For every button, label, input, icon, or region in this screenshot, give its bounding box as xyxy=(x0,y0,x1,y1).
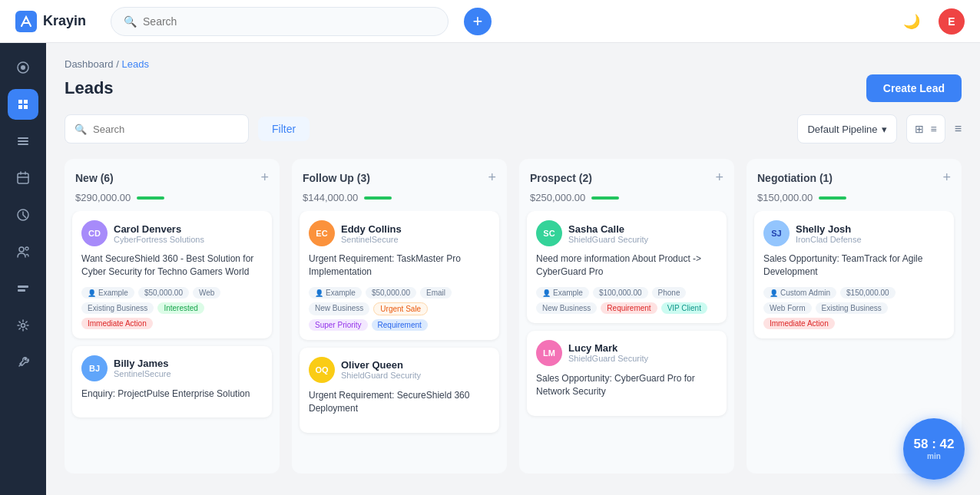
col-money-prospect: $250,000.00 xyxy=(519,192,734,211)
user-avatar[interactable]: E xyxy=(939,8,965,35)
card-person-oq: OQ Oliver Queen ShieldGuard Security xyxy=(309,357,490,383)
avatar-sj: SJ xyxy=(763,220,790,246)
timer-badge[interactable]: 58 : 42 min xyxy=(903,418,965,480)
col-cards-new: CD Carol Denvers CyberFortress Solutions… xyxy=(65,211,280,474)
page-title: Leads xyxy=(65,78,114,98)
svg-rect-4 xyxy=(18,140,28,142)
tag-Example: 👤Example xyxy=(536,287,589,299)
person-name-cd: Carol Denvers xyxy=(114,223,204,235)
sidebar-item-calendar[interactable] xyxy=(8,163,38,193)
tag-Urgent-Sale: Urgent Sale xyxy=(373,302,428,315)
tag-15000000: $150,000.00 xyxy=(840,287,896,299)
svg-point-2 xyxy=(21,65,25,70)
top-nav: Krayin 🔍 + 🌙 E xyxy=(0,0,980,43)
person-company-cd: CyberFortress Solutions xyxy=(114,235,204,244)
search-icon: 🔍 xyxy=(74,124,87,135)
tag-Web: Web xyxy=(193,287,220,299)
tag-Example: 👤Example xyxy=(309,287,362,299)
tag-Immediate-Action: Immediate Action xyxy=(81,318,153,329)
tag-New-Business: New Business xyxy=(309,302,369,315)
kanban-board: New (6) + $290,000.00 CD Carol Denvers C… xyxy=(65,159,962,480)
col-add-button-prospect[interactable]: + xyxy=(715,170,723,186)
timer-unit: min xyxy=(927,452,941,460)
svg-rect-11 xyxy=(18,289,25,292)
person-name-sc: Sasha Calle xyxy=(568,223,648,235)
kanban-col-new: New (6) + $290,000.00 CD Carol Denvers C… xyxy=(65,159,280,474)
kanban-view-icon: ⊞ xyxy=(915,123,924,135)
global-search-input[interactable] xyxy=(143,15,435,28)
col-amount-negotiation: $150,000.00 xyxy=(757,192,813,203)
breadcrumb-current: Leads xyxy=(121,58,148,70)
app-name: Krayin xyxy=(43,13,86,29)
theme-toggle-icon[interactable]: 🌙 xyxy=(903,13,920,30)
search-icon: 🔍 xyxy=(124,15,137,28)
tag-5000000: $50,000.00 xyxy=(138,287,189,299)
lead-card-bj[interactable]: BJ Billy James SentinelSecure Enquiry: P… xyxy=(72,346,272,417)
timer-time: 58 : 42 xyxy=(914,437,955,452)
sidebar-item-leads[interactable] xyxy=(8,89,38,120)
lead-card-sj[interactable]: SJ Shelly Josh IronClad Defense Sales Op… xyxy=(754,211,954,338)
lead-card-sc[interactable]: SC Sasha Calle ShieldGuard Security Need… xyxy=(527,211,727,323)
card-desc-sc: Need more information About Product -> C… xyxy=(536,252,717,279)
filter-button[interactable]: Filter xyxy=(258,117,310,141)
col-title-negotiation: Negotiation (1) xyxy=(757,172,833,184)
person-company-sc: ShieldGuard Security xyxy=(568,235,648,244)
card-person-ec: EC Eddy Collins SentinelSecure xyxy=(309,220,490,246)
tag-Email: Email xyxy=(420,287,452,299)
col-add-button-new[interactable]: + xyxy=(260,170,269,186)
svg-rect-6 xyxy=(18,173,28,183)
tag-5000000: $50,000.00 xyxy=(366,287,416,299)
leads-search-bar[interactable]: 🔍 xyxy=(65,114,249,144)
col-title-new: New (6) xyxy=(75,172,114,184)
view-toggle[interactable]: ⊞ ≡ xyxy=(906,114,945,144)
tag-Requirement: Requirement xyxy=(601,302,657,314)
person-name-oq: Oliver Queen xyxy=(341,359,421,371)
lead-card-cd[interactable]: CD Carol Denvers CyberFortress Solutions… xyxy=(72,211,272,338)
card-desc-cd: Want SecureShield 360 - Best Solution fo… xyxy=(81,252,263,279)
card-person-sc: SC Sasha Calle ShieldGuard Security xyxy=(536,220,717,246)
app-logo: Krayin xyxy=(15,11,86,32)
kanban-col-followup: Follow Up (3) + $144,000.00 EC Eddy Coll… xyxy=(292,159,507,474)
col-add-button-negotiation[interactable]: + xyxy=(942,170,951,186)
sidebar-item-pipeline[interactable] xyxy=(8,273,38,304)
col-add-button-followup[interactable]: + xyxy=(488,170,496,186)
person-name-ec: Eddy Collins xyxy=(341,223,402,235)
sidebar-item-settings[interactable] xyxy=(8,310,38,341)
more-options-icon[interactable]: ≡ xyxy=(955,122,962,136)
tag-Example: 👤Example xyxy=(81,287,134,299)
sidebar-item-reports[interactable] xyxy=(8,200,38,230)
money-bar-prospect xyxy=(591,196,619,200)
lead-card-ec[interactable]: EC Eddy Collins SentinelSecure Urgent Re… xyxy=(300,211,499,340)
create-lead-button[interactable]: Create Lead xyxy=(866,74,962,102)
tag-Custom-Admin: 👤Custom Admin xyxy=(763,287,836,299)
pipeline-select[interactable]: Default Pipeline ▾ xyxy=(797,114,897,144)
sidebar-item-users[interactable] xyxy=(8,236,38,267)
col-cards-followup: EC Eddy Collins SentinelSecure Urgent Re… xyxy=(292,211,507,474)
sidebar-item-activity[interactable] xyxy=(8,52,38,83)
sidebar-item-list[interactable] xyxy=(8,126,38,157)
sidebar-item-tools[interactable] xyxy=(8,347,38,378)
tag-Super-Priority: Super Priority xyxy=(309,319,368,331)
col-amount-followup: $144,000.00 xyxy=(303,192,358,203)
col-header-prospect: Prospect (2) + xyxy=(519,159,734,192)
card-person-lm: LM Lucy Mark ShieldGuard Security xyxy=(536,340,717,366)
tag-New-Business: New Business xyxy=(536,302,597,314)
breadcrumb-parent[interactable]: Dashboard xyxy=(65,58,114,70)
col-header-negotiation: Negotiation (1) + xyxy=(747,159,962,192)
chevron-down-icon: ▾ xyxy=(882,124,887,135)
global-search-bar[interactable]: 🔍 xyxy=(111,7,449,36)
card-tags-ec: 👤Example$50,000.00EmailNew BusinessUrgen… xyxy=(309,287,490,331)
col-title-prospect: Prospect (2) xyxy=(530,172,592,184)
avatar-cd: CD xyxy=(81,220,108,246)
svg-point-12 xyxy=(22,324,25,328)
lead-card-lm[interactable]: LM Lucy Mark ShieldGuard Security Sales … xyxy=(527,331,727,416)
sidebar xyxy=(0,43,46,495)
lead-card-oq[interactable]: OQ Oliver Queen ShieldGuard Security Urg… xyxy=(300,348,499,433)
tag-Interested: Interested xyxy=(157,302,204,314)
leads-search-input[interactable] xyxy=(93,124,239,135)
svg-point-9 xyxy=(25,247,28,250)
person-name-lm: Lucy Mark xyxy=(568,342,648,354)
nav-plus-button[interactable]: + xyxy=(464,8,492,35)
person-company-sj: IronClad Defense xyxy=(796,235,862,244)
card-person-bj: BJ Billy James SentinelSecure xyxy=(81,355,263,381)
